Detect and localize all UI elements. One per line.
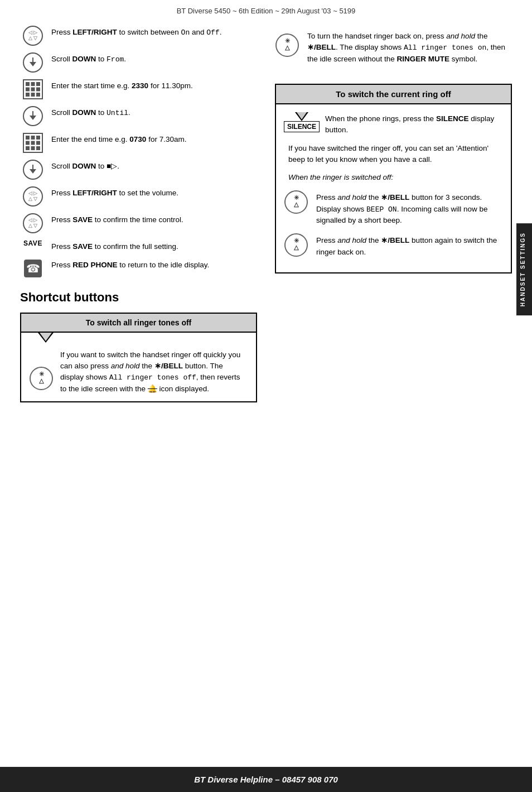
step-text-8: Press SAVE to confirm the time control.: [51, 213, 257, 225]
svg-rect-28: [36, 146, 40, 150]
page-header: BT Diverse 5450 ~ 6th Edition ~ 29th Aug…: [0, 0, 532, 20]
svg-text:✳: ✳: [294, 237, 299, 244]
ringer-back-step: ✳ △ Press and hold the ∗/BELL button aga…: [284, 233, 503, 259]
step-row-8: ◁ ▷ △ ▽ Press SAVE to confirm the time c…: [20, 213, 257, 234]
svg-text:✳: ✳: [285, 37, 291, 44]
left-right-arrows-icon-1: ◁ ▷ △ ▽: [20, 25, 46, 46]
svg-text:△ ▽: △ ▽: [28, 35, 38, 41]
numpad-icon-3: [20, 79, 46, 100]
svg-rect-10: [26, 88, 30, 92]
svg-rect-26: [26, 146, 30, 150]
red-phone-icon: ☎: [20, 258, 46, 279]
scroll-down-icon-2: [20, 52, 46, 73]
svg-rect-12: [36, 88, 40, 92]
footer-helpline: BT Diverse Helpline – 08457 908 070: [194, 775, 338, 784]
save-label-icon: SAVE: [20, 239, 46, 247]
all-ringer-tones-title: To switch all ringer tones off: [21, 314, 256, 333]
main-content: ◁ ▷ △ ▽ Press LEFT/RIGHT to switch betwe…: [0, 20, 532, 417]
svg-rect-13: [26, 93, 30, 97]
svg-rect-11: [31, 88, 35, 92]
step-row-7: ◁ ▷ △ ▽ Press LEFT/RIGHT to set the volu…: [20, 186, 257, 207]
step-text-2: Scroll DOWN to From.: [51, 52, 257, 65]
right-top-text: To turn the handset ringer back on, pres…: [307, 31, 512, 65]
svg-marker-30: [30, 169, 36, 174]
current-ring-off-content: SILENCE When the phone rings, press the …: [276, 104, 511, 272]
svg-rect-20: [26, 136, 30, 140]
svg-text:△ ▽: △ ▽: [28, 223, 38, 228]
star-bell-icon-right-top: ✳ △: [275, 33, 299, 61]
svg-marker-4: [30, 62, 36, 66]
page-footer: BT Diverse Helpline – 08457 908 070: [0, 767, 532, 792]
left-right-arrows-icon-7: ◁ ▷ △ ▽: [20, 186, 46, 207]
svg-text:△: △: [38, 377, 44, 384]
svg-rect-7: [26, 82, 30, 86]
step-text-5: Enter the end time e.g. 0730 for 7.30am.: [51, 132, 257, 145]
ringer-switched-off-note: When the ringer is switched off:: [284, 172, 503, 183]
current-ring-off-box: To switch the current ring off SILENCE W…: [275, 84, 512, 273]
svg-marker-17: [30, 116, 36, 120]
all-ringer-tones-content: ✳ △ If you want to switch the handset ri…: [21, 343, 256, 401]
step-text-9: Press SAVE to confirm the full setting.: [51, 239, 257, 252]
svg-rect-15: [36, 93, 40, 97]
left-right-arrows-icon-8: ◁ ▷ △ ▽: [20, 213, 46, 234]
star-bell-icon-beep-on: ✳ △: [284, 190, 311, 216]
step-row-2: Scroll DOWN to From.: [20, 52, 257, 73]
save-text: SAVE: [23, 239, 42, 247]
step-row-3: Enter the start time e.g. 2330 for 11.30…: [20, 79, 257, 100]
svg-text:☎: ☎: [26, 262, 40, 275]
svg-rect-21: [31, 136, 35, 140]
right-area: ✳ △ To turn the handset ringer back on, …: [266, 20, 521, 417]
svg-text:△: △: [293, 244, 299, 251]
silence-label: SILENCE: [284, 121, 320, 132]
step-text-7: Press LEFT/RIGHT to set the volume.: [51, 186, 257, 199]
svg-rect-23: [26, 141, 30, 145]
svg-text:◁ ▷: ◁ ▷: [28, 190, 38, 196]
current-ring-off-title: To switch the current ring off: [276, 85, 511, 104]
attention-beep-text: If you have switched the ringer off, you…: [284, 143, 503, 166]
star-bell-icon-ringer-back: ✳ △: [284, 233, 311, 259]
ringer-back-step-text: Press and hold the ∗/BELL button again t…: [316, 233, 503, 258]
scroll-down-icon-4: [20, 105, 46, 127]
left-area: ◁ ▷ △ ▽ Press LEFT/RIGHT to switch betwe…: [11, 20, 266, 417]
star-bell-icon-left: ✳ △: [29, 366, 54, 392]
svg-rect-24: [31, 141, 35, 145]
step-text-1: Press LEFT/RIGHT to switch between On an…: [51, 25, 257, 38]
right-top-content: ✳ △ To turn the handset ringer back on, …: [275, 25, 512, 84]
beep-on-step-text: Press and hold the ∗/BELL button for 3 s…: [316, 190, 503, 226]
step-text-6: Scroll DOWN to ■▷.: [51, 159, 257, 172]
svg-rect-27: [31, 146, 35, 150]
step-row-9: SAVE Press SAVE to confirm the full sett…: [20, 239, 257, 252]
step-text-4: Scroll DOWN to Until.: [51, 105, 257, 118]
svg-rect-14: [31, 93, 35, 97]
svg-text:✳: ✳: [294, 194, 299, 201]
step-row-1: ◁ ▷ △ ▽ Press LEFT/RIGHT to switch betwe…: [20, 25, 257, 46]
shortcut-section: Shortcut buttons To switch all ringer to…: [20, 290, 257, 402]
svg-rect-25: [36, 141, 40, 145]
all-ringer-tones-text: If you want to switch the handset ringer…: [60, 349, 248, 395]
side-tab: HANDSET SETTINGS: [516, 223, 532, 315]
step-row-6: Scroll DOWN to ■▷.: [20, 159, 257, 180]
step-text-10: Press RED PHONE to return to the idle di…: [51, 258, 257, 271]
silence-step: SILENCE When the phone rings, press the …: [284, 111, 503, 136]
all-ringer-tones-box: To switch all ringer tones off: [20, 313, 257, 402]
svg-text:✳: ✳: [39, 371, 45, 377]
step-row-10: ☎ Press RED PHONE to return to the idle …: [20, 258, 257, 279]
shortcut-title: Shortcut buttons: [20, 290, 257, 305]
svg-rect-22: [36, 136, 40, 140]
numpad-icon-5: [20, 132, 46, 153]
beep-on-step: ✳ △ Press and hold the ∗/BELL button for…: [284, 190, 503, 226]
silence-step-text: When the phone rings, press the SILENCE …: [325, 111, 503, 136]
step-row-5: Enter the end time e.g. 0730 for 7.30am.: [20, 132, 257, 153]
step-text-3: Enter the start time e.g. 2330 for 11.30…: [51, 79, 257, 92]
svg-rect-9: [36, 82, 40, 86]
step-row-4: Scroll DOWN to Until.: [20, 105, 257, 127]
scroll-down-alt-icon: [20, 159, 46, 180]
svg-rect-8: [31, 82, 35, 86]
header-title: BT Diverse 5450 ~ 6th Edition ~ 29th Aug…: [177, 7, 356, 15]
svg-text:◁ ▷: ◁ ▷: [28, 30, 38, 35]
svg-text:◁ ▷: ◁ ▷: [28, 217, 38, 223]
svg-text:△: △: [293, 201, 299, 208]
svg-text:△ ▽: △ ▽: [28, 196, 38, 201]
svg-text:△: △: [284, 44, 290, 51]
